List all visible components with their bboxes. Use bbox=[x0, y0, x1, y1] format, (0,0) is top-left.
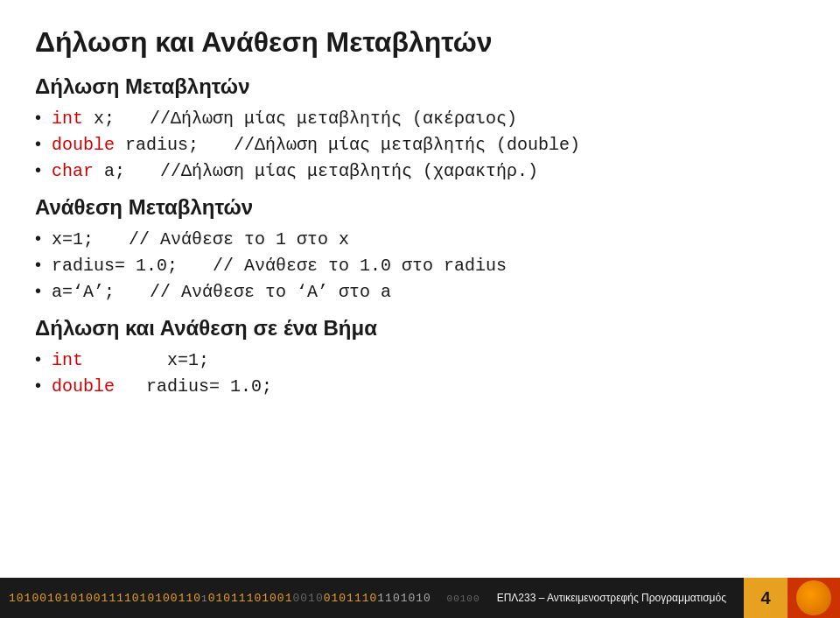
slide-content: Δήλωση και Ανάθεση Μεταβλητών Δήλωση Μετ… bbox=[0, 0, 840, 578]
code-assign-3: a=‘A’; // Ανάθεσε το ‘A’ στο a bbox=[52, 282, 391, 302]
comment-3: //Δήλωση μίας μεταβλητής (χαρακτήρ.) bbox=[160, 161, 538, 181]
code-line-2: double radius; //Δήλωση μίας μεταβλητής … bbox=[52, 135, 580, 155]
code-text-1: x; bbox=[83, 109, 115, 129]
section2-container: Ανάθεση Μεταβλητών • x=1; // Ανάθεσε το … bbox=[35, 195, 805, 302]
section3-title: Δήλωση και Ανάθεση σε ένα Βήμα bbox=[35, 316, 805, 341]
section3-list: • int x=1; • double radius= 1.0; bbox=[35, 349, 805, 397]
list-item: • x=1; // Ανάθεσε το 1 στο x bbox=[35, 228, 805, 249]
list-item: • int x=1; bbox=[35, 349, 805, 370]
combined-code-2: radius= 1.0; bbox=[115, 376, 272, 397]
section1-list: • int x; //Δήλωση μίας μεταβλητής (ακέρα… bbox=[35, 108, 805, 181]
combined-code-1: x=1; bbox=[83, 350, 209, 370]
footer-bar: 1010010101001111010100110101011101001001… bbox=[0, 578, 840, 618]
comment-2: //Δήλωση μίας μεταβλητής (double) bbox=[234, 135, 580, 155]
assign-comment-1: // Ανάθεσε το 1 στο x bbox=[129, 229, 349, 249]
section1-title: Δήλωση Μεταβλητών bbox=[35, 74, 805, 99]
list-item: • radius= 1.0; // Ανάθεσε το 1.0 στο rad… bbox=[35, 255, 805, 276]
section2-title: Ανάθεση Μεταβλητών bbox=[35, 195, 805, 220]
keyword-int2: int bbox=[52, 350, 83, 370]
list-item: • double radius; //Δήλωση μίας μεταβλητή… bbox=[35, 134, 805, 155]
assign-comment-2: // Ανάθεσε το 1.0 στο radius bbox=[213, 256, 507, 276]
bullet-icon: • bbox=[35, 255, 41, 275]
list-item: • char a; //Δήλωση μίας μεταβλητής (χαρα… bbox=[35, 160, 805, 181]
footer-page-number: 4 bbox=[744, 578, 788, 618]
code-line-3: char a; //Δήλωση μίας μεταβλητής (χαρακτ… bbox=[52, 161, 538, 181]
keyword-char: char bbox=[52, 161, 94, 181]
code-assign-1: x=1; // Ανάθεσε το 1 στο x bbox=[52, 229, 349, 249]
bullet-icon: • bbox=[35, 160, 41, 180]
code-combined-2: double radius= 1.0; bbox=[52, 376, 272, 397]
keyword-double2: double bbox=[52, 376, 115, 397]
keyword-double: double bbox=[52, 135, 115, 155]
code-line-1: int x; //Δήλωση μίας μεταβλητής (ακέραιο… bbox=[52, 109, 517, 129]
assign-code-3: a=‘A’; bbox=[52, 282, 115, 302]
list-item: • double radius= 1.0; bbox=[35, 376, 805, 397]
list-item: • a=‘A’; // Ανάθεσε το ‘A’ στο a bbox=[35, 281, 805, 302]
footer-course-label: ΕΠΛ233 – Αντικειμενοστρεφής Προγραμματισ… bbox=[480, 592, 744, 604]
bullet-icon: • bbox=[35, 376, 41, 396]
list-item: • int x; //Δήλωση μίας μεταβλητής (ακέρα… bbox=[35, 108, 805, 129]
bullet-icon: • bbox=[35, 108, 41, 128]
bullet-icon: • bbox=[35, 349, 41, 369]
footer-logo bbox=[788, 578, 840, 618]
bullet-icon: • bbox=[35, 134, 41, 154]
code-text-2: radius; bbox=[115, 135, 199, 155]
footer-binary-text: 1010010101001111010100110101011101001001… bbox=[0, 592, 480, 605]
bullet-icon: • bbox=[35, 228, 41, 249]
assign-code-2: radius= 1.0; bbox=[52, 256, 178, 276]
bullet-icon: • bbox=[35, 281, 41, 301]
code-assign-2: radius= 1.0; // Ανάθεσε το 1.0 στο radiu… bbox=[52, 256, 507, 276]
logo-circle bbox=[796, 580, 831, 615]
main-title: Δήλωση και Ανάθεση Μεταβλητών bbox=[35, 26, 805, 59]
section3-container: Δήλωση και Ανάθεση σε ένα Βήμα • int x=1… bbox=[35, 316, 805, 397]
assign-comment-3: // Ανάθεσε το ‘A’ στο a bbox=[150, 282, 391, 302]
comment-1: //Δήλωση μίας μεταβλητής (ακέραιος) bbox=[150, 109, 517, 129]
code-text-3: a; bbox=[94, 161, 125, 181]
code-combined-1: int x=1; bbox=[52, 350, 209, 370]
section2-list: • x=1; // Ανάθεσε το 1 στο x • radius= 1… bbox=[35, 228, 805, 302]
assign-code-1: x=1; bbox=[52, 229, 94, 249]
keyword-int: int bbox=[52, 109, 83, 129]
footer-right: 4 bbox=[744, 578, 840, 618]
